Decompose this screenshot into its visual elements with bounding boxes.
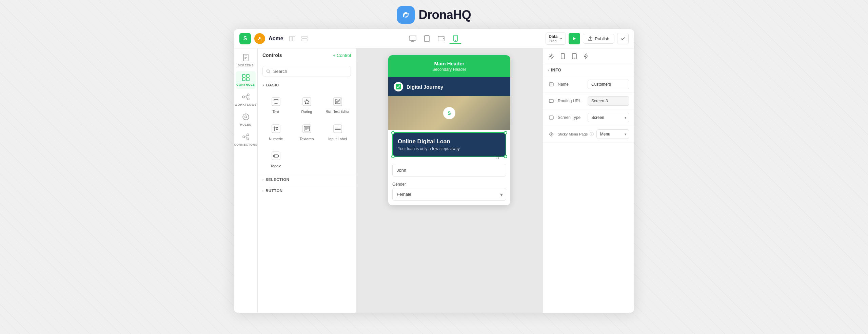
screen-type-select[interactable]: Screen Modal Drawer [588,113,629,122]
name-property-label: Name [558,82,585,87]
info-section[interactable]: › INFO [543,64,634,76]
routing-property-display: Screen-3 [588,96,629,106]
hero-image-area: S [388,96,510,130]
journey-card: Digital Journey [388,77,510,96]
sidebar-item-screens[interactable]: SCREENS [236,51,256,70]
section-selection-header[interactable]: › SELECTION [258,174,356,185]
svg-point-49 [551,133,552,135]
controls-icon [242,74,250,82]
gender-label: Gender [392,182,506,187]
sticky-property-label: Sticky Menu Page ⓘ [558,131,594,137]
loan-subtitle: Your loan is only a few steps away. [398,146,501,151]
journey-icon [394,82,403,91]
play-button[interactable] [569,33,580,44]
selected-block[interactable]: ☞ Online Digital Loan Your loan is only … [392,132,506,157]
device-tablet-btn[interactable] [421,33,433,44]
sidebar-icons: SCREENS CONTROLS [234,48,258,313]
form-name-input[interactable] [392,164,506,176]
svg-rect-4 [293,36,295,41]
control-rich-text-editor[interactable]: Rich Text Editor [323,92,352,118]
toolbar-left: S Acme [239,33,328,44]
device-tablet-landscape-btn[interactable] [435,33,447,44]
controls-header: Controls + Control [258,48,356,62]
sticky-select-wrapper: Menu None Header [596,129,629,139]
logo-container: DronaHQ [397,6,471,24]
hero-center-logo: S [443,107,455,119]
check-button[interactable] [617,33,629,44]
cursor-icon: ☞ [495,154,501,161]
data-dropdown[interactable]: Data Prod [546,33,566,45]
basic-chevron-icon: ▾ [262,83,264,87]
right-panel-tablet-btn[interactable] [569,51,579,61]
right-panel-flash-btn[interactable] [581,51,591,61]
search-input[interactable] [273,69,347,74]
svg-point-46 [550,102,551,103]
section-basic-header[interactable]: ▾ BASIC [258,80,356,90]
sidebar-item-rules[interactable]: RULES [236,110,256,129]
publish-button[interactable]: Publish [583,34,614,44]
svg-rect-17 [242,78,245,81]
form-section: Gender Female Male Other ▾ [388,159,510,205]
svg-point-23 [245,116,247,118]
device-mobile-btn[interactable] [449,33,461,44]
svg-point-43 [574,58,575,59]
handle-top-left [391,131,395,134]
sticky-select[interactable]: Menu None Header [596,129,629,139]
sidebar-item-connectors[interactable]: CONNECTORS [236,130,256,149]
right-panel-mobile-btn[interactable] [558,51,568,61]
gender-select-chevron-icon: ▾ [500,191,503,197]
svg-point-21 [247,98,249,100]
rules-label: RULES [240,123,251,126]
textarea-control-label: Textarea [299,137,314,141]
section-selection-title: SELECTION [265,178,289,182]
control-text[interactable]: Text [261,92,291,118]
toolbar-layout-icons [287,33,310,44]
svg-rect-44 [549,83,553,86]
svg-rect-18 [246,78,249,81]
svg-rect-16 [246,75,249,77]
svg-point-37 [274,155,275,157]
add-control-button[interactable]: + Control [333,53,351,58]
canvas-area: Main Header Secondary Header Digital Jou… [356,48,542,313]
right-panel-settings-btn[interactable] [546,51,556,61]
sticky-info-icon: ⓘ [590,132,594,137]
control-rating[interactable]: Rating [292,92,321,118]
button-chevron-icon: › [262,189,263,193]
sidebar-item-controls[interactable]: CONTROLS [236,71,256,89]
svg-rect-15 [242,75,245,77]
gender-select[interactable]: Female Male Other [392,188,506,201]
layout-btn-1[interactable] [287,33,298,44]
app-icon: S [239,33,251,44]
svg-point-25 [247,134,249,136]
rich-text-editor-control-icon [332,96,344,108]
builder-wrapper: S Acme [0,29,868,313]
control-input-label[interactable]: Input Label [323,119,352,145]
sidebar-item-workflows[interactable]: WORKFLOWS [236,90,256,109]
workflows-icon [242,93,250,102]
handle-bottom-right [504,155,507,158]
data-dropdown-labels: Data Prod [549,34,557,43]
control-numeric[interactable]: Numeric [261,119,291,145]
header-secondary-text: Secondary Header [394,67,505,72]
section-button-header[interactable]: › BUTTON [258,185,356,196]
controls-label: CONTROLS [236,83,255,86]
controls-grid: Text Rating [258,90,356,174]
orange-avatar [254,33,265,44]
svg-point-41 [563,58,563,59]
control-toggle[interactable]: Toggle [261,146,291,172]
svg-rect-7 [409,36,416,40]
control-textarea[interactable]: Textarea [292,119,321,145]
dropdown-chevron-icon [559,37,563,41]
right-panel-toolbar [543,48,634,64]
svg-point-26 [247,138,249,140]
publish-label: Publish [595,36,609,41]
device-desktop-btn[interactable] [407,33,419,44]
svg-rect-34 [334,125,342,133]
logo-text: DronaHQ [419,8,471,22]
name-property-input[interactable] [588,80,629,89]
gender-select-wrapper: Female Male Other ▾ [392,188,506,201]
svg-point-48 [552,119,553,119]
property-row-routing: Routing URL Screen-3 [543,93,634,109]
layout-btn-2[interactable] [299,33,310,44]
workflows-label: WORKFLOWS [235,103,257,106]
